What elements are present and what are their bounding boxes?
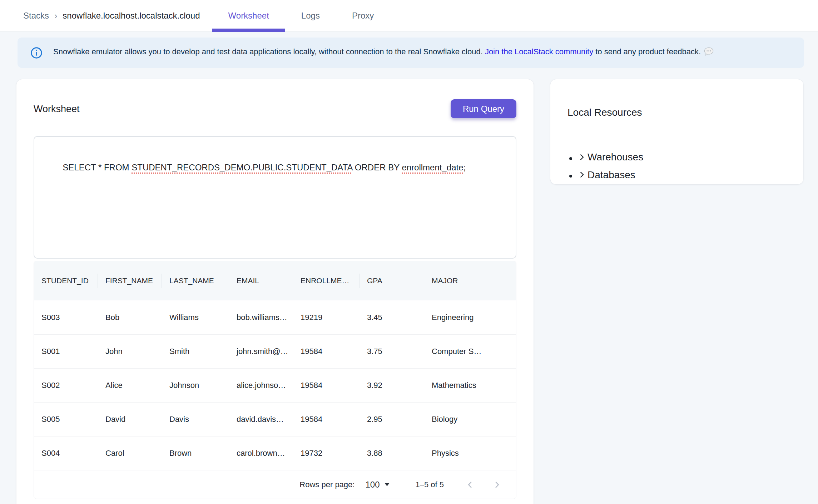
run-query-button[interactable]: Run Query [451, 99, 516, 118]
table-cell[interactable]: Davis [162, 415, 229, 424]
table-cell[interactable]: S005 [34, 415, 98, 424]
table-cell[interactable]: 19584 [293, 347, 360, 356]
table-cell[interactable]: 19584 [293, 415, 360, 424]
speech-balloon-icon [704, 47, 714, 59]
next-page-button[interactable] [488, 476, 505, 493]
sql-segment: ; [463, 163, 466, 172]
table-cell[interactable]: 19732 [293, 449, 360, 458]
page: Stacks › snowflake.localhost.localstack.… [0, 0, 818, 504]
table-cell[interactable]: 3.75 [360, 347, 424, 356]
table-cell[interactable]: 19584 [293, 381, 360, 390]
table-cell[interactable]: S001 [34, 347, 98, 356]
tab-proxy[interactable]: Proxy [336, 0, 390, 31]
sql-segment: ORDER BY [352, 163, 402, 172]
sql-editor[interactable]: SELECT * FROM STUDENT_RECORDS_DEMO.PUBLI… [34, 136, 516, 259]
sql-segment: SELECT * FROM [63, 163, 132, 172]
table-cell[interactable]: Johnson [162, 381, 229, 390]
table-row: S001JohnSmithjohn.smith@…195843.75Comput… [34, 334, 516, 368]
previous-page-button[interactable] [462, 476, 479, 493]
sql-segment: enrollment_date [402, 163, 463, 172]
table-cell[interactable]: bob.williams… [229, 313, 293, 322]
community-link[interactable]: Join the LocalStack community [485, 47, 593, 56]
sql-editor-text: SELECT * FROM STUDENT_RECORDS_DEMO.PUBLI… [63, 163, 466, 172]
column-header-email[interactable]: EMAIL [229, 261, 293, 300]
table-cell[interactable]: alice.johnso… [229, 381, 293, 390]
worksheet-title: Worksheet [34, 103, 80, 115]
table-cell[interactable]: Computer S… [424, 347, 516, 356]
banner-text-after: to send any product feedback. [593, 47, 701, 56]
table-cell[interactable]: S004 [34, 449, 98, 458]
table-cell[interactable]: 2.95 [360, 415, 424, 424]
main-content: Worksheet Run Query SELECT * FROM STUDEN… [0, 68, 818, 504]
table-cell[interactable]: David [98, 415, 162, 424]
resource-item-databases[interactable]: Databases [577, 166, 789, 184]
table-row: S002AliceJohnsonalice.johnso…195843.92Ma… [34, 368, 516, 402]
chevron-right-icon [492, 480, 502, 490]
table-cell[interactable]: 3.92 [360, 381, 424, 390]
table-cell[interactable]: Biology [424, 415, 516, 424]
breadcrumb-separator-icon: › [54, 11, 57, 21]
chevron-right-icon [577, 153, 586, 161]
table-cell[interactable]: Brown [162, 449, 229, 458]
table-cell[interactable]: Williams [162, 313, 229, 322]
table-header-row: STUDENT_IDFIRST_NAMELAST_NAMEEMAILENROLL… [34, 261, 516, 300]
column-header-firstname[interactable]: FIRST_NAME [98, 261, 162, 300]
breadcrumb: Stacks › snowflake.localhost.localstack.… [23, 0, 200, 31]
breadcrumb-current: snowflake.localhost.localstack.cloud [63, 11, 200, 21]
chevron-left-icon [465, 480, 475, 490]
banner-text: Snowflake emulator allows you to develop… [53, 47, 714, 59]
table-cell[interactable]: carol.brown… [229, 449, 293, 458]
breadcrumb-stacks[interactable]: Stacks [23, 11, 49, 21]
pagination: Rows per page: 100 1–5 of 5 [34, 470, 516, 499]
local-resources-card: Local Resources WarehousesDatabases [550, 79, 803, 184]
table-cell[interactable]: Engineering [424, 313, 516, 322]
table-cell[interactable]: Alice [98, 381, 162, 390]
table-cell[interactable]: david.davis… [229, 415, 293, 424]
table-row: S005DavidDavisdavid.davis…195842.95Biolo… [34, 402, 516, 436]
table-cell[interactable]: 3.45 [360, 313, 424, 322]
table-cell[interactable]: John [98, 347, 162, 356]
worksheet-card: Worksheet Run Query SELECT * FROM STUDEN… [16, 79, 534, 504]
banner-text-before: Snowflake emulator allows you to develop… [53, 47, 485, 56]
rows-per-page-select[interactable]: 100 [365, 480, 390, 490]
tab-worksheet[interactable]: Worksheet [212, 0, 285, 31]
results-table: STUDENT_IDFIRST_NAMELAST_NAMEEMAILENROLL… [34, 261, 516, 499]
table-cell[interactable]: 19219 [293, 313, 360, 322]
pagination-range: 1–5 of 5 [415, 480, 444, 489]
table-cell[interactable]: Carol [98, 449, 162, 458]
table-cell[interactable]: Smith [162, 347, 229, 356]
table-cell[interactable]: S002 [34, 381, 98, 390]
worksheet-card-header: Worksheet Run Query [34, 79, 516, 118]
table-body: S003BobWilliamsbob.williams…192193.45Eng… [34, 300, 516, 470]
column-header-major[interactable]: MAJOR [424, 261, 516, 300]
column-header-enrollme[interactable]: ENROLLME… [293, 261, 360, 300]
column-header-lastname[interactable]: LAST_NAME [162, 261, 229, 300]
rows-per-page-value: 100 [365, 480, 380, 490]
table-cell[interactable]: Bob [98, 313, 162, 322]
caret-down-icon [385, 483, 390, 486]
chevron-right-icon [577, 170, 586, 179]
local-resources-title: Local Resources [567, 106, 789, 119]
column-header-studentid[interactable]: STUDENT_ID [34, 261, 98, 300]
table-cell[interactable]: S003 [34, 313, 98, 322]
resources-list: WarehousesDatabases [567, 149, 789, 184]
rows-per-page-label: Rows per page: [299, 480, 355, 489]
tab-bar: WorksheetLogsProxy [212, 0, 390, 31]
table-cell[interactable]: john.smith@… [229, 347, 293, 356]
table-cell[interactable]: 3.88 [360, 449, 424, 458]
tab-logs[interactable]: Logs [285, 0, 336, 31]
resource-item-label: Warehouses [588, 149, 643, 165]
info-banner: Snowflake emulator allows you to develop… [18, 38, 804, 68]
top-navigation: Stacks › snowflake.localhost.localstack.… [0, 0, 818, 32]
table-cell[interactable]: Mathematics [424, 381, 516, 390]
column-header-gpa[interactable]: GPA [360, 261, 424, 300]
table-row: S004CarolBrowncarol.brown…197323.88Physi… [34, 436, 516, 470]
sql-segment: STUDENT_RECORDS_DEMO.PUBLIC.STUDENT_DATA [132, 163, 352, 172]
resource-item-label: Databases [588, 166, 635, 183]
table-cell[interactable]: Physics [424, 449, 516, 458]
resource-item-warehouses[interactable]: Warehouses [577, 149, 789, 166]
info-icon [30, 47, 43, 59]
table-row: S003BobWilliamsbob.williams…192193.45Eng… [34, 300, 516, 334]
